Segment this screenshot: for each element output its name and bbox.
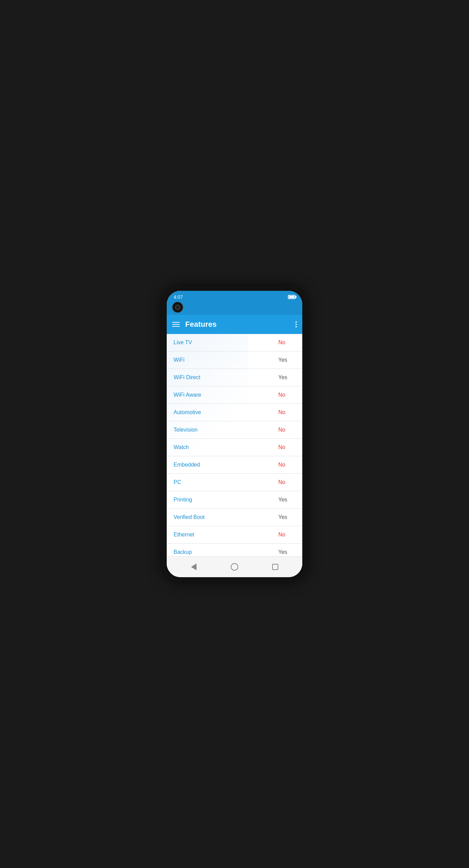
feature-name: PC xyxy=(174,479,278,485)
feature-row: AutomotiveNo xyxy=(167,404,302,421)
hamburger-line-3 xyxy=(172,326,180,327)
feature-value: Yes xyxy=(278,357,295,363)
back-icon xyxy=(191,563,197,570)
feature-name: Television xyxy=(174,427,278,433)
feature-name: Watch xyxy=(174,444,278,450)
phone-device: 4:07 Features xyxy=(163,287,306,581)
battery-icon xyxy=(288,295,295,299)
nav-bar xyxy=(167,556,302,577)
feature-value: Yes xyxy=(278,374,295,381)
feature-value: No xyxy=(278,392,295,398)
app-bar: Features xyxy=(167,315,302,334)
hamburger-line-2 xyxy=(172,324,180,325)
app-title: Features xyxy=(185,320,295,329)
feature-value: No xyxy=(278,479,295,485)
feature-value: No xyxy=(278,339,295,346)
nav-home-button[interactable] xyxy=(228,560,241,574)
features-list[interactable]: Live TVNoWiFiYesWiFi DirectYesWiFi Aware… xyxy=(167,334,302,556)
feature-row: BackupYes xyxy=(167,544,302,556)
status-icons xyxy=(288,295,295,299)
nav-recents-button[interactable] xyxy=(268,560,282,574)
camera-lens xyxy=(175,305,180,310)
feature-value: Yes xyxy=(278,514,295,520)
feature-row: Live TVNo xyxy=(167,334,302,351)
feature-row: WiFi DirectYes xyxy=(167,369,302,386)
recents-icon xyxy=(272,564,278,570)
feature-name: WiFi Aware xyxy=(174,392,278,398)
feature-name: WiFi Direct xyxy=(174,374,278,381)
hamburger-icon[interactable] xyxy=(172,322,180,327)
hamburger-line-1 xyxy=(172,322,180,323)
feature-row: EmbeddedNo xyxy=(167,456,302,474)
home-icon xyxy=(231,563,238,571)
camera-area xyxy=(167,302,302,315)
feature-name: Verified Boot xyxy=(174,514,278,520)
status-bar: 4:07 xyxy=(167,291,302,302)
more-options-icon[interactable] xyxy=(295,321,297,327)
feature-row: PrintingYes xyxy=(167,491,302,509)
feature-name: Live TV xyxy=(174,339,278,346)
status-time: 4:07 xyxy=(174,294,183,300)
feature-row: PCNo xyxy=(167,474,302,491)
feature-name: WiFi xyxy=(174,357,278,363)
phone-screen: 4:07 Features xyxy=(167,291,302,577)
feature-row: TelevisionNo xyxy=(167,421,302,439)
feature-value: No xyxy=(278,462,295,468)
feature-value: No xyxy=(278,532,295,538)
camera-circle xyxy=(172,302,183,313)
feature-value: No xyxy=(278,444,295,450)
feature-row: WiFiYes xyxy=(167,351,302,369)
feature-name: Automotive xyxy=(174,409,278,416)
feature-row: EthernetNo xyxy=(167,526,302,544)
feature-value: Yes xyxy=(278,549,295,555)
feature-row: WiFi AwareNo xyxy=(167,386,302,404)
feature-name: Backup xyxy=(174,549,278,555)
feature-value: Yes xyxy=(278,497,295,503)
feature-name: Embedded xyxy=(174,462,278,468)
nav-back-button[interactable] xyxy=(187,560,201,574)
feature-value: No xyxy=(278,427,295,433)
feature-name: Printing xyxy=(174,497,278,503)
feature-row: Verified BootYes xyxy=(167,509,302,526)
feature-row: WatchNo xyxy=(167,439,302,456)
feature-value: No xyxy=(278,409,295,416)
feature-name: Ethernet xyxy=(174,532,278,538)
